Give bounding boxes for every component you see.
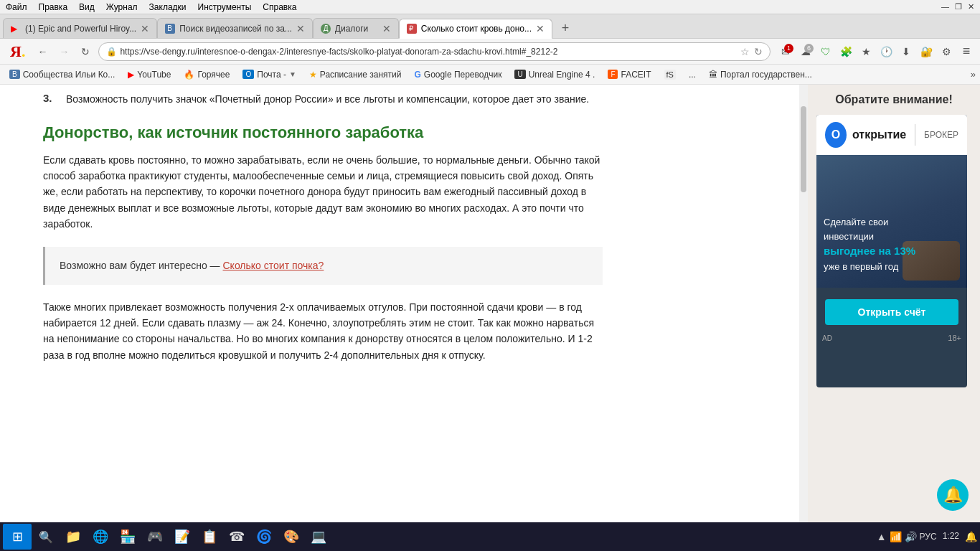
content-wrapper: 3. Возможность получить значок «Почетный… [0,85,980,522]
ad-image-area: Сделайте свои инвестиции выгоднее на 13%… [816,155,967,288]
bookmark-raspisanie[interactable]: ★ Расписание занятий [304,68,407,81]
menu-tools[interactable]: Инструменты [198,2,252,12]
article-content: 3. Возможность получить значок «Почетный… [0,85,631,382]
extensions-icon[interactable]: 🧩 [837,42,855,61]
shield2-icon[interactable]: 🔐 [917,42,936,61]
menu-edit[interactable]: Правка [39,2,68,12]
tab-close-vk[interactable]: ✕ [296,23,305,34]
minimize-button[interactable]: — [941,2,949,11]
ad-banner[interactable]: О открытие БРОКЕР Сделайте свои инвестиц… [816,115,967,387]
ad-broker-label: БРОКЕР [924,130,958,140]
tab-close-youtube[interactable]: ✕ [141,23,149,34]
tab-icon-youtube: ▶ [11,24,21,34]
menu-journal[interactable]: Журнал [106,2,138,12]
bookmarks-more-icon[interactable]: » [971,69,976,80]
bookmark-google[interactable]: G Google Переводчик [410,68,507,81]
tab-vk[interactable]: В Поиск видеозаписей по за... ✕ [157,18,313,38]
reload-button[interactable]: ↻ [75,42,95,62]
sidebar-title: Обратите внимание! [816,93,971,106]
taskbar-store[interactable]: 🏪 [115,524,141,550]
url-box[interactable]: 🔒 https://vse-dengy.ru/interesnoe-o-deng… [98,42,771,61]
tab-close-article[interactable]: ✕ [536,23,545,34]
tab-youtube[interactable]: ▶ (1) Epic and Powerful Hiroy... ✕ [3,18,157,38]
bookmark-goryachee[interactable]: 🔥 Горячее [179,68,235,81]
history-icon[interactable]: 🕐 [877,42,895,61]
vk-bm-icon: В [9,70,20,79]
tab-title-article: Сколько стоит кровь доно... [421,24,532,34]
menu-icon[interactable]: ≡ [957,42,976,61]
ad-sub-text: уже в первый год [824,260,915,274]
bookmark-youtube[interactable]: ▶ YouTube [123,68,176,81]
maximize-button[interactable]: ❐ [955,2,962,11]
callout-link[interactable]: Сколько стоит почка? [223,260,324,271]
taskbar-search[interactable]: 🔍 [33,524,59,550]
shield-icon[interactable]: 🛡 [816,42,835,61]
back-button[interactable]: ← [32,42,52,62]
taskbar-clock[interactable]: 1:22 [940,531,962,542]
bookmark-label-google: Google Переводчик [424,70,502,80]
store-icon: 🏪 [120,529,136,545]
taskbar-network-icon[interactable]: 📶 [890,531,902,542]
refresh-url-icon[interactable]: ↻ [754,46,763,57]
taskbar-pdf[interactable]: 📋 [197,524,222,550]
tab-dialogi[interactable]: Д Диалоги ✕ [313,18,399,38]
taskbar-steam[interactable]: 🎮 [142,524,168,550]
bookmark-label-goryachee: Горячее [197,70,230,80]
bookmark-star-icon[interactable]: ☆ [740,46,750,57]
faceit-bm-icon: F [608,70,618,79]
close-button[interactable]: ✕ [968,2,974,11]
taskbar-vs[interactable]: 💻 [306,524,331,550]
start-button[interactable]: ⊞ [3,524,32,550]
bookmark-portal[interactable]: 🏛 Портал государствен... [704,68,817,81]
menu-bookmarks[interactable]: Закладки [149,2,187,12]
menu-file[interactable]: Файл [6,2,27,12]
skype-icon: ☎ [229,529,245,545]
new-tab-button[interactable]: + [555,18,575,38]
bookmark-label-raspisanie: Расписание занятий [320,70,402,80]
settings-icon[interactable]: ⚙ [937,42,956,61]
scrollbar[interactable] [799,85,808,522]
bookmark-soobschestva[interactable]: В Сообщества Ильи Ко... [4,68,120,81]
taskbar-chrome[interactable]: 🌀 [251,524,277,550]
portal-bm-icon: 🏛 [709,70,717,80]
youtube-bm-icon: ▶ [128,70,134,80]
forward-button[interactable]: → [54,42,74,62]
url-text: https://vse-dengy.ru/interesnoe-o-dengax… [120,47,736,57]
scrollbar-thumb[interactable] [801,106,806,192]
bookmark-pochta[interactable]: О Почта - ▼ [237,68,301,81]
tab-title-youtube: (1) Epic and Powerful Hiroy... [25,24,136,34]
address-bar-left: Я. ← → ↻ [4,42,95,62]
taskbar-word[interactable]: 📝 [169,524,195,550]
toolbar-icons: ✉ 1 ☁ 6 🛡 🧩 ★ 🕐 ⬇ 🔐 ⚙ ≡ [776,42,976,61]
taskbar-arrow-up-icon[interactable]: ▲ [877,531,887,542]
bookmark-unreal[interactable]: U Unreal Engine 4 . [509,68,600,81]
taskbar-photoshop[interactable]: 🎨 [278,524,304,550]
taskbar-browser[interactable]: 🌐 [88,524,113,550]
taskbar-skype[interactable]: ☎ [224,524,250,550]
bookmark-faceit[interactable]: F FACEIT [603,68,656,81]
fire-bm-icon: 🔥 [184,70,194,80]
bookmark-dots[interactable]: ... [684,68,701,81]
bookmarks-bar: В Сообщества Ильи Ко... ▶ YouTube 🔥 Горя… [0,65,980,85]
unreal-bm-icon: U [514,70,525,79]
ad-open-account-button[interactable]: Открыть счёт [825,299,958,325]
menu-help[interactable]: Справка [263,2,296,12]
tab-title-dialogi: Диалоги [335,24,378,34]
address-bar: Я. ← → ↻ 🔒 https://vse-dengy.ru/interesn… [0,39,980,65]
taskbar-language[interactable]: РУС [920,532,937,542]
taskbar-notification-icon[interactable]: 🔔 [965,531,977,542]
cloud-icon[interactable]: ☁ 6 [796,42,815,61]
taskbar-volume-icon[interactable]: 🔊 [905,531,917,542]
menu-bar: Файл Правка Вид Журнал Закладки Инструме… [0,0,980,14]
menu-view[interactable]: Вид [79,2,95,12]
tab-article[interactable]: ₽ Сколько стоит кровь доно... ✕ [399,19,552,39]
tab-close-dialogi[interactable]: ✕ [382,23,391,34]
notification-bell[interactable]: 🔔 [937,479,969,511]
bookmark-fs[interactable]: fS [659,68,681,81]
mail-icon[interactable]: ✉ 1 [776,42,795,61]
star-toolbar-icon[interactable]: ★ [857,42,875,61]
bookmark-label-youtube: YouTube [137,70,171,80]
taskbar-file-explorer[interactable]: 📁 [60,524,86,550]
download-icon[interactable]: ⬇ [897,42,915,61]
cloud-badge: 6 [804,44,814,53]
